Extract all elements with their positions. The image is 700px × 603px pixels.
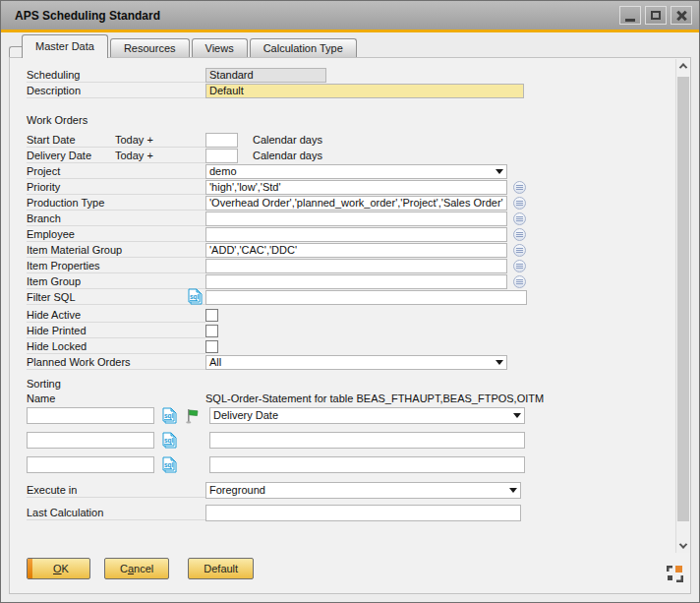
close-icon — [675, 10, 687, 22]
sorting-header: Sorting — [27, 376, 673, 392]
planned-work-orders-label: Planned Work Orders — [27, 355, 205, 370]
maximize-button[interactable] — [645, 6, 667, 25]
delivery-date-offset-field[interactable] — [205, 149, 238, 163]
form-content: Scheduling Standard Description Default … — [10, 58, 673, 593]
scroll-up-button[interactable] — [676, 59, 690, 73]
execute-in-dropdown[interactable]: Foreground — [205, 482, 521, 499]
sort-name-field-1[interactable] — [27, 407, 154, 424]
delivery-date-label: Delivery Date Today + — [27, 149, 205, 163]
project-label: Project — [27, 164, 205, 179]
tab-content-panel: Scheduling Standard Description Default … — [9, 57, 691, 594]
form-row: Planned Work Orders All — [27, 354, 673, 370]
item-group-field[interactable] — [205, 274, 507, 289]
sort-order-field-3[interactable] — [209, 456, 525, 473]
choose-list-icon[interactable] — [513, 181, 526, 194]
form-row: Item Material Group 'ADD','CAC','DDC' — [27, 242, 673, 258]
choose-list-icon[interactable] — [513, 212, 526, 225]
priority-label: Priority — [27, 180, 205, 195]
form-row: Priority 'high','low','Std' — [27, 179, 673, 195]
vertical-scrollbar[interactable] — [675, 59, 689, 553]
form-row: Start Date Today + Calendar days — [27, 132, 673, 148]
chevron-down-icon — [513, 413, 521, 418]
close-button[interactable] — [671, 6, 692, 25]
maximize-icon — [651, 11, 661, 20]
sorting-name-label: Name — [27, 392, 205, 404]
tab-resources[interactable]: Resources — [110, 38, 190, 57]
resize-grip-icon[interactable] — [667, 566, 683, 582]
flag-icon[interactable] — [185, 408, 200, 424]
sort-order-dropdown-1[interactable]: Delivery Date — [209, 407, 525, 424]
form-row: Filter SQL sql — [27, 289, 673, 305]
item-material-group-label: Item Material Group — [27, 243, 205, 258]
sql-icon[interactable]: sql — [162, 407, 177, 424]
hide-locked-checkbox[interactable] — [205, 340, 218, 353]
minimize-icon — [625, 19, 635, 22]
chevron-down-icon — [496, 169, 503, 174]
sql-icon[interactable]: sql — [162, 456, 177, 473]
hide-printed-checkbox[interactable] — [205, 325, 218, 337]
description-field[interactable]: Default — [205, 84, 524, 98]
scroll-down-button[interactable] — [676, 539, 690, 553]
minimize-button[interactable] — [619, 6, 641, 25]
branch-label: Branch — [27, 211, 205, 226]
choose-list-icon[interactable] — [513, 197, 526, 210]
choose-list-icon[interactable] — [513, 275, 526, 288]
default-button[interactable]: Default — [188, 558, 254, 579]
choose-list-icon[interactable] — [513, 244, 526, 257]
scrollbar-thumb[interactable] — [677, 77, 689, 521]
planned-work-orders-value: All — [209, 356, 221, 369]
project-dropdown[interactable]: demo — [205, 164, 507, 179]
sql-icon[interactable]: sql — [188, 288, 203, 305]
sorting-row: sql — [27, 432, 673, 449]
sorting-column-headers: Name SQL-Order-Statement for table BEAS_… — [27, 392, 673, 405]
branch-field[interactable] — [205, 211, 507, 226]
svg-text:sql: sql — [164, 437, 174, 445]
execute-in-label: Execute in — [27, 483, 205, 498]
scheduling-label: Scheduling — [27, 68, 205, 83]
ok-button[interactable]: OK — [27, 558, 90, 579]
tab-views[interactable]: Views — [192, 38, 248, 57]
tab-strip: Master Data Resources Views Calculation … — [1, 32, 699, 57]
sorting-statement-label: SQL-Order-Statement for table BEAS_FTHAU… — [205, 392, 544, 404]
last-calculation-field[interactable] — [205, 505, 521, 521]
last-calculation-label: Last Calculation — [27, 506, 205, 520]
sort-order-field-2[interactable] — [209, 432, 525, 449]
tab-strip-stub — [9, 46, 22, 57]
start-date-label: Start Date Today + — [27, 133, 205, 148]
scroll-down-icon — [679, 540, 687, 548]
chevron-down-icon — [496, 360, 503, 365]
sql-icon[interactable]: sql — [162, 432, 177, 449]
sorting-row: sql — [27, 456, 673, 473]
priority-field[interactable]: 'high','low','Std' — [205, 180, 507, 195]
sort-name-field-2[interactable] — [27, 432, 154, 449]
form-row: Item Properties — [27, 258, 673, 273]
item-group-label: Item Group — [27, 274, 205, 289]
item-properties-field[interactable] — [205, 259, 507, 273]
scroll-up-icon — [679, 63, 687, 71]
tab-calculation-type[interactable]: Calculation Type — [250, 38, 357, 57]
sort-name-field-3[interactable] — [27, 456, 154, 473]
start-date-prefix: Today + — [115, 133, 153, 147]
svg-text:sql: sql — [164, 412, 174, 420]
cancel-button[interactable]: Cancel — [104, 558, 169, 579]
scheduling-field: Standard — [205, 68, 326, 83]
choose-list-icon[interactable] — [513, 260, 526, 272]
work-orders-header: Work Orders — [27, 112, 673, 128]
window-title: APS Scheduling Standard — [15, 9, 615, 23]
form-row: Description Default — [27, 83, 673, 98]
planned-work-orders-dropdown[interactable]: All — [205, 355, 507, 370]
project-value: demo — [209, 165, 237, 178]
form-row: Scheduling Standard — [27, 67, 673, 83]
hide-active-checkbox[interactable] — [205, 309, 218, 322]
description-label: Description — [27, 84, 205, 98]
form-row: Last Calculation — [27, 505, 673, 521]
filter-sql-field[interactable] — [205, 290, 527, 305]
filter-sql-label: Filter SQL sql — [27, 290, 205, 305]
start-date-offset-field[interactable] — [205, 133, 238, 148]
choose-list-icon[interactable] — [513, 228, 526, 241]
item-material-group-field[interactable]: 'ADD','CAC','DDC' — [205, 243, 507, 258]
titlebar: APS Scheduling Standard — [1, 1, 699, 30]
employee-field[interactable] — [205, 227, 507, 242]
tab-master-data[interactable]: Master Data — [22, 34, 108, 58]
production-type-field[interactable]: 'Overhead Order','planned_work_order','P… — [205, 196, 507, 211]
